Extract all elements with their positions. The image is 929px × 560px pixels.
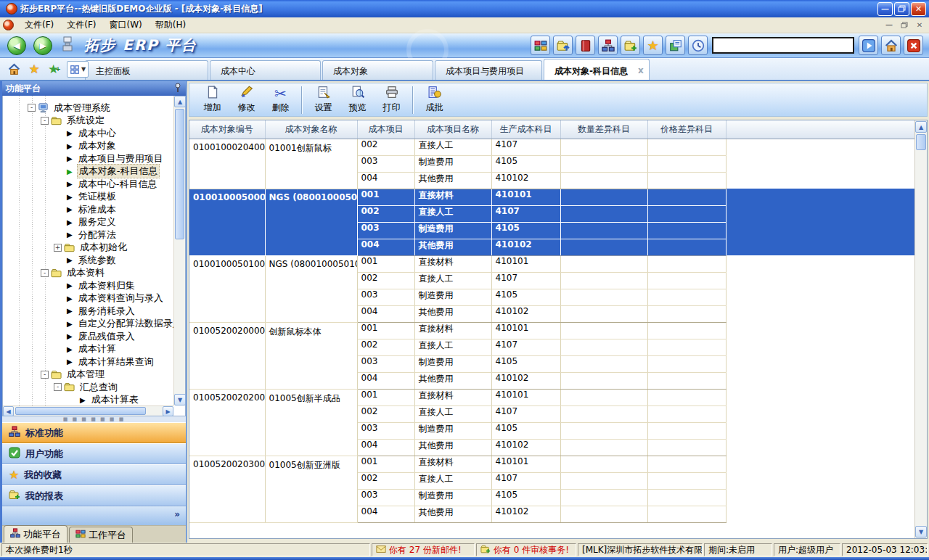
cost-object-name-cell[interactable]: 01001创新鼠标 xyxy=(265,139,357,189)
grid-cell[interactable] xyxy=(647,305,726,322)
folder-plus-icon[interactable] xyxy=(621,36,640,55)
clock-icon[interactable] xyxy=(688,36,708,55)
grid-cell[interactable] xyxy=(647,472,726,489)
collapse-box-icon[interactable]: - xyxy=(41,371,49,379)
grid-cell[interactable] xyxy=(560,139,647,155)
quick-search-input[interactable] xyxy=(712,37,854,54)
panel-用户功能[interactable]: 用户功能 xyxy=(2,443,186,464)
close-button[interactable]: ✕ xyxy=(911,2,926,16)
column-header[interactable]: 成本项目 xyxy=(357,120,414,139)
add-favorite-icon[interactable]: ★+ xyxy=(46,62,62,78)
cost-object-code-cell[interactable]: 0100520020200 xyxy=(189,389,265,456)
tab-close-icon[interactable]: x xyxy=(638,65,644,80)
back-button[interactable]: ◀ xyxy=(7,36,26,55)
grid-cell[interactable] xyxy=(560,422,647,439)
grid-cell[interactable]: 004 xyxy=(357,239,414,255)
cost-object-code-cell[interactable]: 0100100020400 xyxy=(189,139,265,189)
column-header[interactable]: 数量差异科目 xyxy=(560,120,647,139)
scroll-right-icon[interactable]: ▶ xyxy=(163,406,173,416)
grid-cell[interactable]: 4107 xyxy=(491,139,560,155)
grid-cell[interactable]: 4107 xyxy=(491,205,560,222)
grid-cell[interactable]: 002 xyxy=(357,405,414,422)
grid-cell[interactable] xyxy=(647,289,726,305)
grid-cell[interactable]: 001 xyxy=(357,456,414,472)
grid-cell[interactable] xyxy=(560,222,647,239)
scroll-down-icon[interactable]: ▼ xyxy=(174,394,186,405)
tab-成本对象[interactable]: 成本对象 xyxy=(322,60,433,80)
grid-cell[interactable] xyxy=(560,472,647,489)
tab-成本项目与费用项目[interactable]: 成本项目与费用项目 xyxy=(435,60,542,80)
cost-object-name-cell[interactable]: NGS (0800100050100 ) xyxy=(265,255,357,322)
grid-cell[interactable]: 002 xyxy=(357,339,414,355)
grid-cell[interactable]: 4105 xyxy=(491,355,560,372)
grid-cell[interactable] xyxy=(560,205,647,222)
grid-cell[interactable]: 直接人工 xyxy=(414,339,491,355)
grid-cell[interactable] xyxy=(560,255,647,272)
grid-cell[interactable] xyxy=(560,506,647,522)
grid-cell[interactable] xyxy=(560,172,647,189)
panel-我的收藏[interactable]: ★我的收藏 xyxy=(2,464,186,485)
grid-cell[interactable] xyxy=(560,405,647,422)
tree-item-成本计算结果查询[interactable]: ▶成本计算结果查询 xyxy=(3,355,173,368)
grid-cell[interactable] xyxy=(647,222,726,239)
grid-cell[interactable]: 4105 xyxy=(491,489,560,506)
grid-cell[interactable]: 002 xyxy=(357,272,414,289)
home-icon[interactable] xyxy=(6,62,22,78)
grid-cell[interactable]: 4107 xyxy=(491,472,560,489)
grid-cell[interactable]: 001 xyxy=(357,255,414,272)
grid-cell[interactable] xyxy=(560,289,647,305)
tree-item-成本资料归集[interactable]: ▶成本资料归集 xyxy=(3,279,173,292)
grid-cell[interactable]: 4107 xyxy=(491,339,560,355)
grid-scroll-up-icon[interactable]: ▲ xyxy=(915,121,927,133)
cost-object-name-cell[interactable]: 01005创新亚洲版 xyxy=(265,456,357,522)
grid-cell[interactable] xyxy=(647,355,726,372)
增加-button[interactable]: 增加 xyxy=(195,84,229,115)
tree-item-成本管理系统[interactable]: -成本管理系统 xyxy=(3,102,173,115)
grid-cell[interactable] xyxy=(560,355,647,372)
scroll-up-icon[interactable]: ▲ xyxy=(174,96,186,107)
grid-cell[interactable] xyxy=(647,205,726,222)
collapse-box-icon[interactable]: - xyxy=(28,104,36,112)
grid-cell[interactable] xyxy=(647,439,726,456)
cost-object-name-cell[interactable]: 创新鼠标本体 xyxy=(265,322,357,389)
panel-标准功能[interactable]: 标准功能 xyxy=(2,422,186,443)
tree-item-汇总查询[interactable]: -汇总查询 xyxy=(3,381,173,394)
collapse-box-icon[interactable]: - xyxy=(54,383,62,391)
grid-cell[interactable] xyxy=(560,456,647,472)
grid-vertical-scrollbar[interactable]: ▲ ▼ xyxy=(914,120,927,538)
column-header[interactable]: 成本项目名称 xyxy=(414,120,491,139)
grid-cell[interactable] xyxy=(560,239,647,255)
grid-cell[interactable] xyxy=(647,139,726,155)
grid-cell[interactable] xyxy=(560,339,647,355)
tree-item-服务定义[interactable]: ▶服务定义 xyxy=(3,216,173,229)
cost-object-code-cell[interactable]: 0100100050000 xyxy=(189,189,265,255)
grid-cell[interactable]: 直接人工 xyxy=(414,139,491,155)
grid-row[interactable]: 010052002020001005创新半成品001直接材料410101 xyxy=(189,389,914,405)
grid-cell[interactable]: 直接材料 xyxy=(414,255,491,272)
grid-cell[interactable] xyxy=(560,189,647,205)
grid-row[interactable]: 0100520020000创新鼠标本体001直接材料410101 xyxy=(189,322,914,339)
grid-cell[interactable]: 003 xyxy=(357,422,414,439)
folder-up-icon[interactable] xyxy=(553,36,573,55)
grid-cell[interactable]: 制造费用 xyxy=(414,489,491,506)
grid-cell[interactable] xyxy=(647,272,726,289)
grid-cell[interactable] xyxy=(560,155,647,172)
tree-item-系统参数[interactable]: ▶系统参数 xyxy=(3,254,173,267)
tree-item-服务消耗录入[interactable]: ▶服务消耗录入 xyxy=(3,305,173,318)
tree-item-系统设定[interactable]: -系统设定 xyxy=(3,115,173,128)
grid-cell[interactable]: 其他费用 xyxy=(414,506,491,522)
cost-object-code-cell[interactable]: 0100520020300 xyxy=(189,456,265,522)
grid-cell[interactable]: 003 xyxy=(357,155,414,172)
打印-button[interactable]: 打印 xyxy=(375,84,409,115)
grid-cell[interactable]: 直接材料 xyxy=(414,322,491,339)
grid-cell[interactable]: 直接人工 xyxy=(414,272,491,289)
grid-cell[interactable]: 4105 xyxy=(491,222,560,239)
tree-scroll-thumb[interactable] xyxy=(175,109,184,239)
grid-cell[interactable]: 001 xyxy=(357,189,414,205)
bottom-tab-工作平台[interactable]: 工作平台 xyxy=(69,527,133,543)
grid-cell[interactable]: 直接材料 xyxy=(414,189,491,205)
expand-box-icon[interactable]: + xyxy=(54,244,62,252)
mdi-close-button[interactable]: ✕ xyxy=(913,20,926,30)
grid-cell[interactable]: 其他费用 xyxy=(414,439,491,456)
grid-cell[interactable]: 004 xyxy=(357,305,414,322)
